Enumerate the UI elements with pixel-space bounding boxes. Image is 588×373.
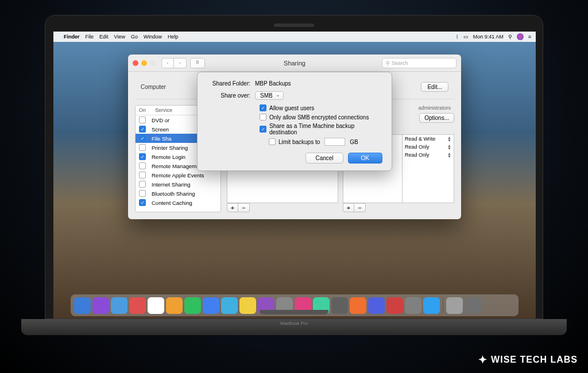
show-all-button[interactable]: ⠿: [190, 58, 205, 68]
dock-app-icon[interactable]: [423, 297, 440, 314]
window-traffic-lights: [133, 60, 156, 66]
shared-folder-options-sheet: Shared Folder: MBP Backups Share over: S…: [197, 72, 392, 171]
dock-app-icon[interactable]: [129, 297, 146, 314]
dock-app-icon[interactable]: [368, 297, 385, 314]
service-checkbox[interactable]: ✓: [139, 199, 146, 206]
menubar-item[interactable]: View: [114, 34, 125, 40]
service-item[interactable]: ✓Content Caching: [136, 198, 220, 207]
wifi-icon[interactable]: ⧙: [456, 34, 459, 40]
service-item[interactable]: Internet Sharing: [136, 180, 220, 189]
dock-app-icon[interactable]: [203, 297, 219, 314]
service-checkbox[interactable]: ✓: [139, 126, 146, 133]
service-label: Bluetooth Sharing: [152, 191, 195, 197]
remove-folder-button[interactable]: −: [238, 203, 250, 212]
allow-guests-checkbox[interactable]: ✓: [260, 104, 266, 111]
time-machine-label: Share as a Time Machine backup destinati…: [269, 123, 382, 135]
dock-app-icon[interactable]: [148, 297, 164, 314]
dock-app-icon[interactable]: [405, 297, 421, 314]
cancel-button[interactable]: Cancel: [305, 153, 343, 164]
service-checkbox[interactable]: [139, 116, 146, 123]
battery-icon[interactable]: ▭: [463, 34, 469, 40]
laptop-camera-notch: [274, 24, 314, 27]
back-button[interactable]: ‹: [161, 58, 174, 68]
dock-app-icon[interactable]: [465, 297, 481, 314]
service-checkbox[interactable]: ✓: [139, 153, 146, 160]
zoom-button[interactable]: [150, 60, 156, 66]
dock-app-icon[interactable]: [111, 297, 127, 314]
service-checkbox[interactable]: [139, 181, 146, 188]
watermark-icon: ✦: [478, 353, 488, 366]
smb-encrypted-checkbox[interactable]: [260, 114, 266, 121]
dock-app-icon[interactable]: [221, 297, 238, 314]
menubar-item[interactable]: Edit: [99, 34, 109, 40]
computer-name-label: Computer: [141, 84, 166, 90]
remove-user-button[interactable]: −: [354, 203, 366, 212]
shared-folder-value: MBP Backups: [255, 80, 291, 87]
service-checkbox[interactable]: ✓: [139, 135, 146, 142]
stepper-icon[interactable]: ▲▼: [447, 144, 451, 150]
service-label: Remote Management: [152, 163, 204, 169]
preferences-search-input[interactable]: ⚲ Search: [382, 58, 457, 68]
stepper-icon[interactable]: ▲▼: [447, 152, 451, 158]
service-item[interactable]: Remote Apple Events: [136, 170, 220, 180]
permission-item[interactable]: Read Only▲▼: [403, 151, 454, 159]
spotlight-icon[interactable]: ⚲: [508, 34, 512, 40]
notification-center-icon[interactable]: ≡: [528, 34, 531, 40]
menubar-clock[interactable]: Mon 9:41 AM: [473, 34, 504, 40]
time-machine-checkbox[interactable]: ✓: [260, 126, 266, 133]
permission-item[interactable]: Read & Write▲▼: [403, 135, 454, 143]
forward-button[interactable]: ›: [174, 58, 187, 68]
limit-backups-label: Limit backups to: [278, 139, 320, 145]
service-label: Remote Apple Events: [152, 172, 204, 178]
dock-app-icon[interactable]: [92, 297, 109, 314]
service-checkbox[interactable]: [139, 144, 146, 151]
menubar-item[interactable]: Window: [144, 34, 162, 40]
dock-app-icon[interactable]: [184, 297, 201, 314]
watermark: ✦ WISE TECH LABS: [478, 353, 578, 366]
laptop-hinge: [260, 310, 328, 314]
service-checkbox[interactable]: [139, 162, 146, 169]
dock-app-icon[interactable]: [386, 297, 403, 314]
desktop-screen: Finder File Edit View Go Window Help ⧙ ▭…: [53, 32, 536, 318]
service-checkbox[interactable]: [139, 190, 146, 197]
smb-encrypted-label: Only allow SMB encrypted connections: [269, 114, 369, 121]
stepper-icon[interactable]: ▲▼: [447, 136, 451, 142]
service-label: Remote Login: [152, 154, 185, 160]
limit-backups-checkbox[interactable]: [269, 138, 276, 145]
window-title: Sharing: [284, 60, 305, 67]
allow-guests-label: Allow guest users: [269, 105, 314, 111]
share-over-label: Share over:: [207, 92, 255, 99]
dock-app-icon[interactable]: [446, 297, 463, 314]
options-button[interactable]: Options...: [419, 113, 454, 123]
permissions-list[interactable]: Read & Write▲▼Read Only▲▼Read Only▲▼: [403, 134, 454, 203]
minimize-button[interactable]: [141, 60, 147, 66]
permission-item[interactable]: Read Only▲▼: [403, 143, 454, 151]
add-user-button[interactable]: +: [343, 203, 354, 212]
close-button[interactable]: [133, 60, 138, 66]
dock-app-icon[interactable]: [350, 297, 366, 314]
menubar-item[interactable]: File: [86, 34, 94, 40]
service-label: File Sha: [152, 135, 172, 142]
laptop-bezel: Finder File Edit View Go Window Help ⧙ ▭…: [45, 15, 543, 319]
window-titlebar: ‹ › ⠿ Sharing ⚲ Search: [128, 55, 461, 72]
ok-button[interactable]: OK: [348, 153, 382, 164]
add-folder-button[interactable]: +: [227, 203, 238, 212]
limit-backups-unit: GB: [350, 139, 358, 145]
dock-app-icon[interactable]: [166, 297, 183, 314]
dock-app-icon[interactable]: [74, 297, 91, 314]
service-item[interactable]: Bluetooth Sharing: [136, 189, 220, 198]
laptop-model-label: MacBook Pro: [21, 319, 567, 326]
edit-computer-name-button[interactable]: Edit...: [421, 82, 448, 92]
menubar-app-name[interactable]: Finder: [64, 34, 80, 40]
dock-app-icon[interactable]: [331, 297, 348, 314]
menubar-item[interactable]: Go: [131, 34, 138, 40]
menubar-item[interactable]: Help: [168, 34, 179, 40]
dock-separator: [443, 297, 443, 313]
service-checkbox[interactable]: [139, 172, 146, 178]
siri-icon[interactable]: [517, 33, 524, 40]
service-label: Internet Sharing: [152, 181, 191, 188]
dock-app-icon[interactable]: [239, 297, 256, 314]
share-over-select[interactable]: SMB: [255, 91, 284, 100]
search-icon: ⚲: [386, 60, 390, 66]
limit-backups-input[interactable]: [324, 138, 345, 146]
